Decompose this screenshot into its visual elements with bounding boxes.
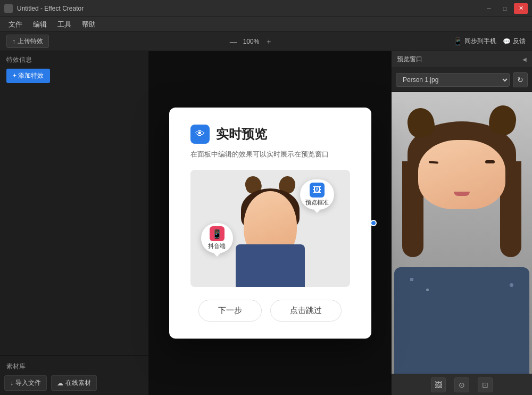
window-title: Untitled - Effect Creator — [17, 5, 84, 12]
toolbar: ↑ 上传特效 — 100% + 📱 同步到手机 💬 反馈 — [0, 32, 532, 51]
assets-library-title: 素材库 — [4, 360, 144, 375]
right-panel-header: 预览窗口 ◀ — [392, 51, 532, 68]
import-file-button[interactable]: ↓ 导入文件 — [4, 375, 47, 391]
menu-edit[interactable]: 编辑 — [29, 19, 51, 30]
modal-description: 在面板中编辑的效果可以实时展示在预览窗口 — [190, 149, 350, 160]
menu-help[interactable]: 帮助 — [78, 19, 100, 30]
modal-overlay: 👁 实时预览 在面板中编辑的效果可以实时展示在预览窗口 — [149, 51, 391, 395]
menu-tools[interactable]: 工具 — [53, 19, 76, 30]
preview-body — [394, 267, 529, 374]
left-panel-spacer — [0, 87, 148, 355]
online-icon: ☁ — [57, 380, 63, 387]
sync-to-phone-button[interactable]: 📱 同步到手机 — [453, 37, 496, 46]
preview-image-area — [392, 92, 532, 374]
fullscreen-button[interactable]: ⊡ — [478, 377, 493, 392]
preview-controls: Person 1.jpg ↻ — [392, 68, 532, 92]
add-effect-button[interactable]: + 添加特效 — [6, 69, 50, 83]
zoom-in-button[interactable]: + — [263, 37, 274, 46]
canvas-area: 👁 实时预览 在面板中编辑的效果可以实时展示在预览窗口 — [149, 51, 391, 395]
preview-bubble-icon: 🖼 — [310, 183, 325, 198]
upload-icon: ↑ — [12, 38, 15, 45]
preview-bubble-label: 预览框准 — [305, 199, 329, 207]
image-mode-button[interactable]: 🖼 — [431, 377, 446, 392]
feedback-button[interactable]: 💬 反馈 — [503, 37, 526, 46]
close-button[interactable]: ✕ — [514, 3, 528, 14]
face-mode-button[interactable]: ⊙ — [454, 377, 469, 392]
douyin-bubble-icon: 📱 — [210, 226, 225, 241]
effects-info-title: 特效信息 — [0, 51, 148, 67]
zoom-out-button[interactable]: — — [228, 37, 239, 46]
maximize-button[interactable]: □ — [498, 3, 512, 14]
phone-icon: 📱 — [453, 37, 462, 46]
right-panel: 预览窗口 ◀ Person 1.jpg ↻ — [391, 51, 532, 395]
modal-dot — [370, 220, 377, 226]
assets-buttons: ↓ 导入文件 ☁ 在线素材 — [4, 375, 144, 391]
pattern-dot2 — [426, 289, 429, 291]
realtime-preview-modal: 👁 实时预览 在面板中编辑的效果可以实时展示在预览窗口 — [169, 108, 371, 339]
modal-person-figure — [236, 186, 305, 287]
title-bar: Untitled - Effect Creator ─ □ ✕ — [0, 0, 532, 17]
app-icon — [4, 4, 13, 13]
mouth — [454, 192, 470, 196]
left-panel: 特效信息 + 添加特效 素材库 ↓ 导入文件 ☁ 在线素材 — [0, 51, 149, 395]
toolbar-right: 📱 同步到手机 💬 反馈 — [453, 37, 526, 46]
eye-icon: 👁 — [190, 125, 210, 144]
online-assets-button[interactable]: ☁ 在线素材 — [51, 375, 97, 391]
pattern-dot1 — [410, 278, 413, 281]
menu-bar: 文件 编辑 工具 帮助 — [0, 17, 532, 32]
right-panel-bottom: 🖼 ⊙ ⊡ — [392, 374, 532, 395]
assets-section: 素材库 ↓ 导入文件 ☁ 在线素材 — [0, 355, 148, 395]
collapse-icon[interactable]: ◀ — [522, 56, 527, 62]
preview-bubble: 🖼 预览框准 — [300, 179, 334, 210]
title-bar-left: Untitled - Effect Creator — [4, 4, 84, 13]
preview-face — [418, 140, 505, 209]
main-content: 特效信息 + 添加特效 素材库 ↓ 导入文件 ☁ 在线素材 — [0, 51, 532, 395]
feedback-icon: 💬 — [503, 38, 511, 45]
skip-button[interactable]: 点击跳过 — [270, 300, 342, 322]
import-icon: ↓ — [10, 380, 13, 387]
modal-title: 实时预览 — [216, 126, 267, 143]
minimize-button[interactable]: ─ — [482, 3, 496, 14]
pattern-dot3 — [510, 283, 513, 287]
douyin-arrow — [214, 253, 220, 257]
modal-header: 👁 实时预览 — [190, 125, 350, 144]
modal-preview-area: 🖼 预览框准 📱 抖音端 — [190, 170, 350, 287]
zoom-controls: — 100% + — [55, 37, 447, 46]
next-step-button[interactable]: 下一步 — [198, 300, 262, 322]
douyin-bubble: 📱 抖音端 — [201, 223, 233, 253]
bubble-arrow — [314, 210, 320, 213]
title-bar-controls: ─ □ ✕ — [482, 3, 528, 14]
eye-left — [429, 161, 438, 164]
modal-buttons: 下一步 点击跳过 — [190, 300, 350, 322]
upload-effect-button[interactable]: ↑ 上传特效 — [6, 35, 49, 48]
preview-file-select[interactable]: Person 1.jpg — [396, 73, 510, 87]
eye-right — [485, 160, 495, 163]
zoom-level: 100% — [243, 38, 260, 45]
menu-file[interactable]: 文件 — [4, 19, 27, 30]
person-body — [236, 244, 305, 287]
douyin-bubble-label: 抖音端 — [208, 242, 226, 250]
refresh-button[interactable]: ↻ — [513, 72, 528, 87]
preview-window-title: 预览窗口 — [397, 55, 522, 64]
